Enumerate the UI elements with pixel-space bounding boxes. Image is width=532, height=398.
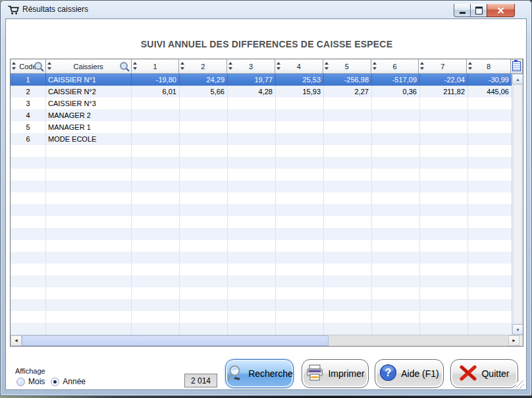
table-row[interactable]: 3CAISSIER N°3 (11, 98, 523, 109)
empty-table-row[interactable] (11, 299, 523, 311)
column-header-6[interactable]: 6 (371, 59, 419, 74)
table-cell (11, 311, 46, 323)
empty-table-row[interactable] (11, 216, 523, 228)
empty-table-row[interactable] (11, 204, 523, 216)
table-cell (11, 264, 46, 275)
column-header-code[interactable]: Code (11, 59, 46, 74)
table-cell (180, 204, 228, 216)
table-cell: 24,29 (180, 74, 228, 86)
table-cell (468, 109, 512, 121)
scroll-up-arrow[interactable]: ▲ (512, 74, 523, 84)
table-row[interactable]: 2CAISSIER N°26,015,664,2815,932,270,3621… (11, 86, 523, 98)
radio-annee[interactable]: Année (51, 377, 86, 386)
close-button[interactable] (487, 4, 515, 17)
column-header-caissiers[interactable]: Caissiers (46, 59, 132, 74)
filter-magnifier-icon[interactable] (120, 62, 128, 70)
vertical-scrollbar[interactable]: ▲ ▼ (512, 74, 523, 335)
radio-annee-circle (51, 378, 59, 386)
column-header-5[interactable]: 5 (323, 59, 371, 74)
empty-table-row[interactable] (11, 192, 523, 204)
table-cell (324, 192, 372, 204)
aide-button[interactable]: ? Aide (F1) (375, 359, 444, 388)
horizontal-scrollbar[interactable]: ◄ ► (11, 335, 523, 346)
horizontal-scroll-thumb[interactable] (22, 335, 329, 346)
table-cell: 445,06 (468, 86, 512, 98)
sort-arrows-icon (373, 62, 377, 71)
table-row[interactable]: 1CAISSIER N°1-19,8024,2919,7725,53-256,9… (11, 74, 523, 86)
empty-table-row[interactable] (11, 287, 523, 299)
table-cell (372, 264, 420, 275)
table-cell (372, 181, 420, 192)
scrollbar-corner (519, 335, 523, 346)
sort-arrows-icon (325, 62, 329, 71)
table-row[interactable]: 5MANAGER 1 (11, 121, 523, 133)
resize-grip[interactable] (516, 380, 524, 389)
table-cell (46, 228, 132, 240)
column-header-3[interactable]: 3 (227, 59, 275, 74)
scroll-right-arrow[interactable]: ► (508, 335, 519, 346)
table-cell (324, 287, 372, 299)
table-cell (11, 323, 46, 335)
empty-table-row[interactable] (11, 252, 523, 264)
vertical-scroll-thumb[interactable] (513, 84, 522, 324)
table-cell (420, 228, 468, 240)
table-cell (132, 299, 180, 311)
empty-table-row[interactable] (11, 181, 523, 192)
filter-magnifier-icon[interactable] (34, 62, 42, 70)
column-label: 5 (345, 63, 349, 71)
table-cell: 3 (11, 98, 46, 109)
scroll-down-arrow[interactable]: ▼ (512, 324, 523, 335)
column-header-7[interactable]: 7 (419, 59, 467, 74)
table-cell (132, 204, 180, 216)
table-cell (372, 323, 420, 335)
recherche-button[interactable]: Recherche (225, 359, 294, 388)
column-header-1[interactable]: 1 (132, 59, 180, 74)
year-input[interactable]: 2 014 (184, 374, 217, 387)
empty-table-row[interactable] (11, 157, 523, 169)
table-cell (46, 264, 132, 275)
quitter-button[interactable]: Quitter (450, 359, 518, 388)
sort-arrows-icon (228, 62, 233, 71)
maximize-button[interactable] (471, 4, 487, 17)
empty-table-row[interactable] (11, 169, 523, 181)
table-cell (180, 216, 228, 228)
table-cell (468, 275, 512, 287)
empty-table-row[interactable] (11, 240, 523, 252)
table-cell (420, 181, 468, 192)
empty-table-row[interactable] (11, 275, 523, 287)
imprimer-button[interactable]: Imprimer (302, 359, 369, 388)
sort-arrows-icon (468, 62, 473, 71)
table-cell (468, 311, 512, 323)
scroll-left-arrow[interactable]: ◄ (11, 335, 22, 346)
table-cell (372, 133, 420, 145)
table-cell (46, 204, 132, 216)
empty-table-row[interactable] (11, 228, 523, 240)
table-cell (132, 98, 180, 109)
empty-table-row[interactable] (11, 145, 523, 157)
table-row[interactable]: 6MODE ECOLE (11, 133, 523, 145)
table-cell (468, 323, 512, 335)
empty-table-row[interactable] (11, 264, 523, 275)
minimize-button[interactable] (454, 4, 471, 17)
empty-table-row[interactable] (11, 323, 523, 335)
column-label: 3 (249, 63, 253, 71)
sort-arrows-icon (277, 62, 281, 71)
column-header-8[interactable]: 8 (467, 59, 511, 74)
column-label: 7 (440, 63, 444, 71)
table-cell (228, 311, 276, 323)
titlebar[interactable]: Résultats caissiers (0, 0, 532, 18)
column-chooser-button[interactable] (511, 59, 523, 74)
table-row[interactable]: 4MANAGER 2 (11, 109, 523, 121)
client-area: SUIVI ANNUEL DES DIFFERENCES DE CAISSE E… (5, 18, 527, 390)
empty-table-row[interactable] (11, 311, 523, 323)
table-cell (420, 109, 468, 121)
radio-mois[interactable]: Mois (16, 377, 45, 386)
table-cell (132, 311, 180, 323)
table-cell (132, 109, 180, 121)
table-cell (324, 109, 372, 121)
horizontal-scroll-track[interactable] (22, 335, 508, 346)
column-header-2[interactable]: 2 (179, 59, 227, 74)
table-cell (276, 169, 324, 181)
table-cell: 4 (11, 109, 46, 121)
column-header-4[interactable]: 4 (275, 59, 323, 74)
